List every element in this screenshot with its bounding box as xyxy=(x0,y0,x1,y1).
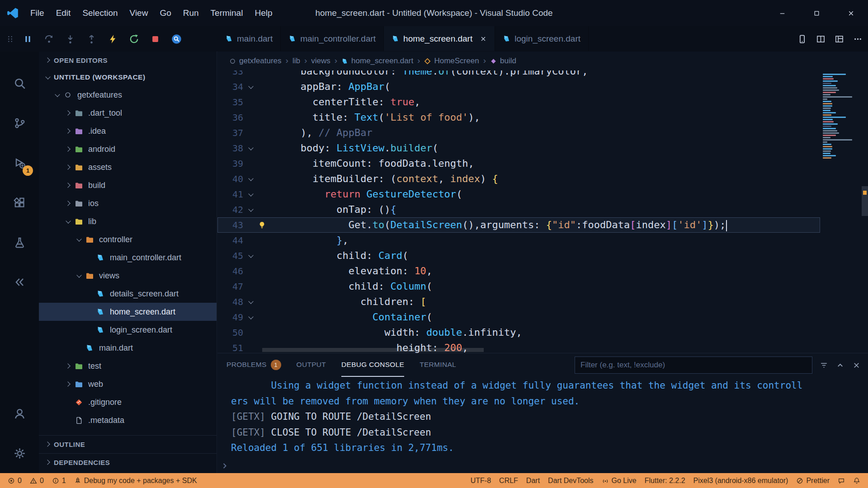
code-line-41[interactable]: 41 return GestureDetector( xyxy=(217,187,820,202)
tree-item-.gitignore[interactable]: .gitignore xyxy=(39,393,217,411)
code-line-48[interactable]: 48 children: [ xyxy=(217,294,820,310)
status-debug-launch-config[interactable]: Debug my code + packages + SDK xyxy=(70,473,201,488)
code-line-33[interactable]: 33 backgroundColor: Theme.of(context).pr… xyxy=(217,70,820,79)
device-button[interactable] xyxy=(797,34,807,44)
bolt-button[interactable] xyxy=(104,30,122,48)
more-button[interactable] xyxy=(853,34,863,44)
menu-selection[interactable]: Selection xyxy=(76,0,123,26)
tab-main.dart[interactable]: main.dart xyxy=(217,26,281,51)
vertical-scrollbar[interactable] xyxy=(862,70,868,353)
stop-button[interactable] xyxy=(146,30,164,48)
horizontal-scrollbar[interactable] xyxy=(262,348,484,352)
status-info-count[interactable]: 1 xyxy=(48,473,70,488)
breadcrumb-item-lib[interactable]: lib xyxy=(292,56,300,66)
status-prettier[interactable]: Prettier xyxy=(792,473,834,488)
code-line-47[interactable]: 47 child: Column( xyxy=(217,279,820,294)
step-over-button[interactable] xyxy=(40,30,58,48)
panel-tab-debug-console[interactable]: DEBUG CONSOLE xyxy=(341,353,404,377)
status-flutter-version[interactable]: Flutter: 2.2.2 xyxy=(641,473,689,488)
tree-item-assets[interactable]: assets xyxy=(39,158,217,176)
activity-item-debug[interactable]: 1 xyxy=(0,143,39,183)
debug-console-input[interactable] xyxy=(220,461,229,470)
tree-item-.dart_tool[interactable]: .dart_tool xyxy=(39,104,217,122)
menu-help[interactable]: Help xyxy=(249,0,278,26)
maximize-panel-button[interactable] xyxy=(836,361,844,370)
tree-item-main_controller.dart[interactable]: main_controller.dart xyxy=(39,249,217,267)
fold-toggle-icon[interactable] xyxy=(247,145,255,152)
dependencies-header[interactable]: DEPENDENCIES xyxy=(39,453,217,471)
minimap[interactable] xyxy=(820,70,862,353)
tree-item-views[interactable]: views xyxy=(39,267,217,285)
menu-terminal[interactable]: Terminal xyxy=(205,0,249,26)
status-eol[interactable]: CRLF xyxy=(495,473,522,488)
lightbulb-button[interactable] xyxy=(258,221,266,230)
code-line-34[interactable]: 34 appBar: AppBar( xyxy=(217,79,820,94)
status-notifications[interactable] xyxy=(849,473,864,488)
inspector-button[interactable] xyxy=(167,30,185,48)
layout-button[interactable] xyxy=(835,34,844,44)
maximize-button[interactable] xyxy=(799,0,834,26)
tree-item-lib[interactable]: lib xyxy=(39,212,217,230)
step-into-button[interactable] xyxy=(61,30,79,48)
menu-edit[interactable]: Edit xyxy=(50,0,77,26)
status-go-live[interactable]: Go Live xyxy=(598,473,641,488)
tree-item-details_screen.dart[interactable]: details_screen.dart xyxy=(39,285,217,303)
fold-toggle-icon[interactable] xyxy=(247,298,255,305)
tab-home_screen.dart[interactable]: home_screen.dart xyxy=(384,26,495,51)
tree-item-getxfeatures[interactable]: getxfeatures xyxy=(39,86,217,104)
tree-item-web[interactable]: web xyxy=(39,375,217,393)
step-out-button[interactable] xyxy=(82,30,100,48)
pause-button[interactable] xyxy=(19,30,37,48)
menu-view[interactable]: View xyxy=(124,0,154,26)
fold-toggle-icon[interactable] xyxy=(247,191,255,198)
tree-item-home_screen.dart[interactable]: home_screen.dart xyxy=(39,303,217,321)
activity-item-account[interactable] xyxy=(0,394,39,433)
fold-toggle-icon[interactable] xyxy=(247,206,255,213)
workspace-header[interactable]: UNTITLED (WORKSPACE) xyxy=(39,69,217,86)
breadcrumb-item-build[interactable]: build xyxy=(490,56,516,66)
tree-item-login_screen.dart[interactable]: login_screen.dart xyxy=(39,321,217,339)
tree-item-.metadata[interactable]: .metadata xyxy=(39,411,217,429)
activity-item-beaker[interactable] xyxy=(0,222,39,262)
tree-item-main.dart[interactable]: main.dart xyxy=(39,339,217,357)
tree-item-build[interactable]: build xyxy=(39,176,217,194)
breadcrumb-item-views[interactable]: views xyxy=(311,56,330,66)
panel-tab-problems[interactable]: PROBLEMS1 xyxy=(226,353,281,377)
code-line-37[interactable]: 37 ), // AppBar xyxy=(217,125,820,141)
code-line-40[interactable]: 40 itemBuilder: (context, index) { xyxy=(217,171,820,187)
code-editor[interactable]: 33 backgroundColor: Theme.of(context).pr… xyxy=(217,70,868,353)
tree-item-android[interactable]: android xyxy=(39,140,217,158)
code-line-36[interactable]: 36 title: Text('List of food'), xyxy=(217,110,820,125)
minimize-button[interactable] xyxy=(765,0,799,26)
breadcrumb-item-HomeScreen[interactable]: HomeScreen xyxy=(424,56,479,66)
code-line-42[interactable]: 42 onTap: (){ xyxy=(217,202,820,217)
code-line-38[interactable]: 38 body: ListView.builder( xyxy=(217,141,820,156)
breadcrumb-item-home_screen.dart[interactable]: home_screen.dart xyxy=(341,56,413,66)
breadcrumb-item-getxfeatures[interactable]: getxfeatures xyxy=(229,56,282,66)
close-button[interactable] xyxy=(834,0,868,26)
open-editors-header[interactable]: OPEN EDITORS xyxy=(39,52,217,69)
split-button[interactable] xyxy=(816,34,826,44)
code-line-43[interactable]: 43 Get.to(DetailScreen(),arguments: {"id… xyxy=(217,217,820,233)
code-line-35[interactable]: 35 centerTitle: true, xyxy=(217,94,820,110)
status-dart-devtools[interactable]: Dart DevTools xyxy=(544,473,597,488)
filter-button[interactable] xyxy=(820,361,828,370)
tab-main_controller.dart[interactable]: main_controller.dart xyxy=(281,26,384,51)
fold-toggle-icon[interactable] xyxy=(247,83,255,90)
fold-toggle-icon[interactable] xyxy=(247,314,255,321)
status-encoding[interactable]: UTF-8 xyxy=(467,473,495,488)
code-line-50[interactable]: 50 width: double.infinity, xyxy=(217,325,820,340)
tab-login_screen.dart[interactable]: login_screen.dart xyxy=(495,26,589,51)
restart-button[interactable] xyxy=(125,30,143,48)
panel-tab-terminal[interactable]: TERMINAL xyxy=(420,353,456,377)
activity-item-source-control[interactable] xyxy=(0,103,39,143)
menu-run[interactable]: Run xyxy=(177,0,205,26)
code-line-44[interactable]: 44 }, xyxy=(217,233,820,248)
activity-item-collapse[interactable] xyxy=(0,262,39,302)
tree-item-controller[interactable]: controller xyxy=(39,230,217,249)
menu-go[interactable]: Go xyxy=(154,0,177,26)
toolbar-drag-handle[interactable] xyxy=(5,30,15,48)
status-errors-count[interactable]: 0 xyxy=(4,473,26,488)
outline-header[interactable]: OUTLINE xyxy=(39,435,217,453)
status-feedback[interactable] xyxy=(834,473,849,488)
